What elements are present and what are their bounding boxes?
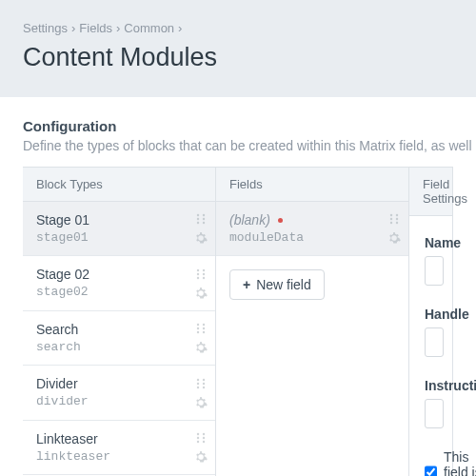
svg-point-22 bbox=[197, 386, 199, 387]
drag-icon[interactable] bbox=[194, 377, 208, 390]
handle-input[interactable] bbox=[425, 327, 444, 357]
svg-point-15 bbox=[203, 327, 205, 329]
svg-point-35 bbox=[396, 222, 398, 224]
breadcrumb-item[interactable]: Fields bbox=[79, 21, 112, 35]
block-type-handle: search bbox=[36, 339, 179, 356]
svg-point-2 bbox=[197, 218, 199, 220]
drag-icon[interactable] bbox=[194, 431, 208, 445]
block-type-item[interactable]: Dividerdivider bbox=[23, 366, 215, 420]
new-field-button[interactable]: +New field bbox=[229, 269, 325, 300]
block-type-name: Divider bbox=[36, 375, 179, 393]
field-item[interactable]: (blank) moduleData bbox=[216, 202, 408, 256]
drag-icon[interactable] bbox=[194, 268, 208, 281]
name-label: Name bbox=[425, 235, 437, 250]
block-type-item[interactable]: Stage 02stage02 bbox=[23, 256, 215, 310]
field-handle: moduleData bbox=[229, 229, 372, 247]
fields-column: Fields (blank) moduleData+New field bbox=[216, 168, 409, 476]
svg-point-24 bbox=[197, 433, 199, 435]
svg-point-4 bbox=[197, 222, 199, 224]
drag-icon[interactable] bbox=[194, 322, 208, 335]
svg-point-34 bbox=[390, 222, 392, 224]
block-types-header: Block Types bbox=[23, 168, 215, 202]
block-type-item[interactable]: Linkteaserlinkteaser bbox=[23, 421, 215, 475]
svg-point-11 bbox=[203, 276, 205, 278]
block-type-handle: divider bbox=[36, 393, 179, 410]
svg-point-33 bbox=[396, 218, 398, 220]
new-field-label: New field bbox=[256, 277, 311, 292]
block-type-item[interactable]: Stage 01stage01 bbox=[23, 202, 215, 256]
required-checkbox[interactable] bbox=[425, 466, 437, 476]
svg-point-17 bbox=[203, 331, 205, 333]
drag-icon[interactable] bbox=[194, 212, 208, 226]
required-label: This field is required bbox=[444, 449, 476, 476]
svg-point-6 bbox=[197, 268, 199, 270]
plus-icon: + bbox=[243, 278, 250, 291]
breadcrumb-item[interactable]: Common bbox=[124, 21, 174, 35]
field-settings-column: Field Settings Name Handle Instructions … bbox=[409, 168, 453, 476]
svg-point-30 bbox=[390, 214, 392, 216]
block-type-name: Stage 01 bbox=[36, 211, 179, 229]
svg-point-25 bbox=[203, 433, 205, 435]
svg-point-21 bbox=[203, 382, 205, 384]
svg-point-5 bbox=[203, 222, 205, 224]
svg-point-26 bbox=[197, 437, 199, 439]
svg-point-13 bbox=[203, 324, 205, 326]
gear-icon[interactable] bbox=[194, 450, 208, 464]
block-type-handle: stage01 bbox=[36, 229, 179, 247]
svg-point-19 bbox=[203, 378, 205, 380]
svg-point-12 bbox=[197, 324, 199, 326]
svg-point-1 bbox=[203, 214, 205, 216]
block-type-name: Search bbox=[36, 321, 179, 339]
breadcrumb-item[interactable]: Settings bbox=[23, 21, 68, 35]
breadcrumb: Settings›Fields›Common› bbox=[23, 21, 453, 35]
gear-icon[interactable] bbox=[387, 231, 401, 245]
block-type-item[interactable]: Searchsearch bbox=[23, 311, 215, 366]
svg-point-9 bbox=[203, 272, 205, 274]
svg-point-0 bbox=[197, 214, 199, 216]
gear-icon[interactable] bbox=[194, 341, 208, 354]
svg-point-18 bbox=[197, 378, 199, 380]
handle-label: Handle bbox=[425, 307, 437, 322]
required-indicator bbox=[278, 218, 283, 223]
svg-point-16 bbox=[197, 331, 199, 333]
block-type-handle: linkteaser bbox=[36, 448, 179, 466]
gear-icon[interactable] bbox=[194, 231, 208, 245]
gear-icon[interactable] bbox=[194, 287, 208, 300]
svg-point-29 bbox=[203, 441, 205, 443]
field-name: (blank) bbox=[229, 211, 372, 229]
block-type-name: Linkteaser bbox=[36, 430, 179, 448]
field-settings-header: Field Settings bbox=[409, 168, 452, 216]
svg-point-27 bbox=[203, 437, 205, 439]
fields-header: Fields bbox=[216, 168, 408, 202]
instructions-input[interactable] bbox=[425, 399, 444, 428]
svg-point-14 bbox=[197, 327, 199, 329]
instructions-label: Instructions bbox=[425, 378, 437, 393]
block-type-handle: stage02 bbox=[36, 284, 179, 301]
page-title: Content Modules bbox=[23, 43, 453, 72]
svg-point-3 bbox=[203, 218, 205, 220]
svg-point-32 bbox=[390, 218, 392, 220]
block-type-name: Stage 02 bbox=[36, 266, 179, 284]
svg-point-7 bbox=[203, 268, 205, 270]
name-input[interactable] bbox=[425, 256, 444, 286]
matrix-config: Block Types Stage 01stage01Stage 02stage… bbox=[23, 167, 453, 476]
block-types-column: Block Types Stage 01stage01Stage 02stage… bbox=[23, 168, 216, 476]
gear-icon[interactable] bbox=[194, 396, 208, 409]
svg-point-10 bbox=[197, 276, 199, 278]
svg-point-23 bbox=[203, 386, 205, 387]
config-description: Define the types of blocks that can be c… bbox=[23, 138, 453, 153]
svg-point-31 bbox=[396, 214, 398, 216]
svg-point-8 bbox=[197, 272, 199, 274]
svg-point-20 bbox=[197, 382, 199, 384]
svg-point-28 bbox=[197, 441, 199, 443]
drag-icon[interactable] bbox=[387, 212, 401, 226]
config-heading: Configuration bbox=[23, 118, 453, 134]
